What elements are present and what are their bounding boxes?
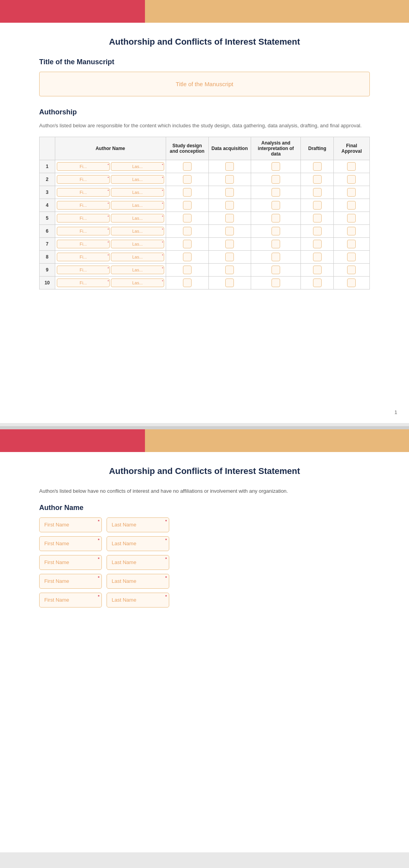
author-first-name-1[interactable]: First Name (39, 517, 102, 532)
analysis-cell-10 (251, 276, 301, 289)
last-name-wrapper-3: Las... * (111, 188, 164, 197)
first-name-input-9[interactable]: Fi... (57, 266, 110, 274)
last-name-input-10[interactable]: Las... (111, 278, 164, 287)
study-design-cell-2 (166, 173, 208, 186)
data-acquisition-checkbox-5[interactable] (225, 214, 234, 222)
study-design-checkbox-3[interactable] (183, 188, 192, 197)
first-name-input-2[interactable]: Fi... (57, 175, 110, 184)
author-name-cell-4: Fi... * Las... * (55, 199, 166, 212)
analysis-checkbox-5[interactable] (271, 214, 280, 222)
author-first-name-3[interactable]: First Name (39, 555, 102, 570)
drafting-checkbox-3[interactable] (313, 188, 322, 197)
first-name-required-9: * (108, 266, 109, 270)
data-acquisition-checkbox-3[interactable] (225, 188, 234, 197)
author-first-name-2[interactable]: First Name (39, 536, 102, 551)
study-design-checkbox-1[interactable] (183, 162, 192, 171)
last-name-input-3[interactable]: Las... (111, 188, 164, 197)
drafting-checkbox-1[interactable] (313, 162, 322, 171)
final-approval-checkbox-7[interactable] (347, 240, 356, 248)
author-first-name-5[interactable]: First Name (39, 593, 102, 608)
study-design-checkbox-2[interactable] (183, 175, 192, 184)
final-approval-cell-6 (333, 224, 369, 237)
final-approval-checkbox-1[interactable] (347, 162, 356, 171)
manuscript-title-input[interactable]: Title of the Manuscript (39, 72, 370, 96)
final-approval-checkbox-8[interactable] (347, 253, 356, 261)
drafting-cell-1 (301, 160, 333, 173)
study-design-checkbox-7[interactable] (183, 240, 192, 248)
author-last-name-2[interactable]: Last Name (107, 536, 169, 551)
drafting-checkbox-8[interactable] (313, 253, 322, 261)
drafting-checkbox-10[interactable] (313, 278, 322, 287)
author-first-name-wrapper-2: First Name * (39, 536, 102, 551)
analysis-checkbox-2[interactable] (271, 175, 280, 184)
last-name-wrapper-10: Las... * (111, 278, 164, 287)
final-approval-checkbox-5[interactable] (347, 214, 356, 222)
first-name-wrapper-1: Fi... * (57, 162, 110, 171)
study-design-checkbox-10[interactable] (183, 278, 192, 287)
first-name-input-7[interactable]: Fi... (57, 240, 110, 248)
drafting-checkbox-7[interactable] (313, 240, 322, 248)
last-name-input-4[interactable]: Las... (111, 201, 164, 210)
last-name-input-9[interactable]: Las... (111, 266, 164, 274)
study-design-checkbox-8[interactable] (183, 253, 192, 261)
first-name-input-4[interactable]: Fi... (57, 201, 110, 210)
analysis-checkbox-10[interactable] (271, 278, 280, 287)
drafting-checkbox-2[interactable] (313, 175, 322, 184)
drafting-checkbox-6[interactable] (313, 227, 322, 235)
study-design-checkbox-5[interactable] (183, 214, 192, 222)
data-acquisition-checkbox-2[interactable] (225, 175, 234, 184)
study-design-checkbox-4[interactable] (183, 201, 192, 210)
study-design-checkbox-6[interactable] (183, 227, 192, 235)
final-approval-checkbox-10[interactable] (347, 278, 356, 287)
data-acquisition-checkbox-10[interactable] (225, 278, 234, 287)
author-last-name-5[interactable]: Last Name (107, 593, 169, 608)
final-approval-checkbox-3[interactable] (347, 188, 356, 197)
first-name-input-6[interactable]: Fi... (57, 227, 110, 235)
first-name-required-8: * (108, 253, 109, 257)
analysis-checkbox-8[interactable] (271, 253, 280, 261)
study-design-checkbox-9[interactable] (183, 266, 192, 274)
author-last-name-4[interactable]: Last Name (107, 574, 169, 589)
final-approval-cell-8 (333, 250, 369, 263)
first-name-required-4: * (108, 202, 109, 206)
author-name-cell-5: Fi... * Las... * (55, 212, 166, 224)
last-name-input-1[interactable]: Las... (111, 162, 164, 171)
analysis-checkbox-3[interactable] (271, 188, 280, 197)
author-last-name-1[interactable]: Last Name (107, 517, 169, 532)
first-name-input-3[interactable]: Fi... (57, 188, 110, 197)
data-acquisition-checkbox-9[interactable] (225, 266, 234, 274)
last-name-input-5[interactable]: Las... (111, 214, 164, 222)
author-first-name-4[interactable]: First Name (39, 574, 102, 589)
drafting-checkbox-5[interactable] (313, 214, 322, 222)
drafting-checkbox-4[interactable] (313, 201, 322, 210)
data-acquisition-checkbox-8[interactable] (225, 253, 234, 261)
final-approval-checkbox-6[interactable] (347, 227, 356, 235)
data-acquisition-checkbox-6[interactable] (225, 227, 234, 235)
first-name-input-1[interactable]: Fi... (57, 162, 110, 171)
first-name-required-5: * (108, 215, 109, 219)
last-name-input-8[interactable]: Las... (111, 253, 164, 261)
data-acquisition-checkbox-7[interactable] (225, 240, 234, 248)
analysis-checkbox-7[interactable] (271, 240, 280, 248)
page-1-title: Authorship and Conflicts of Interest Sta… (39, 37, 370, 47)
data-acquisition-checkbox-1[interactable] (225, 162, 234, 171)
author-last-name-3[interactable]: Last Name (107, 555, 169, 570)
first-name-input-10[interactable]: Fi... (57, 278, 110, 287)
last-name-input-6[interactable]: Las... (111, 227, 164, 235)
final-approval-checkbox-4[interactable] (347, 201, 356, 210)
analysis-checkbox-9[interactable] (271, 266, 280, 274)
analysis-checkbox-4[interactable] (271, 201, 280, 210)
data-acquisition-checkbox-4[interactable] (225, 201, 234, 210)
author-name-cell-9: Fi... * Las... * (55, 263, 166, 276)
last-name-input-2[interactable]: Las... (111, 175, 164, 184)
last-name-required-3: * (162, 189, 163, 193)
analysis-checkbox-1[interactable] (271, 162, 280, 171)
analysis-checkbox-6[interactable] (271, 227, 280, 235)
final-approval-checkbox-9[interactable] (347, 266, 356, 274)
last-name-input-7[interactable]: Las... (111, 240, 164, 248)
first-name-input-5[interactable]: Fi... (57, 214, 110, 222)
final-approval-cell-2 (333, 173, 369, 186)
final-approval-checkbox-2[interactable] (347, 175, 356, 184)
first-name-input-8[interactable]: Fi... (57, 253, 110, 261)
drafting-checkbox-9[interactable] (313, 266, 322, 274)
